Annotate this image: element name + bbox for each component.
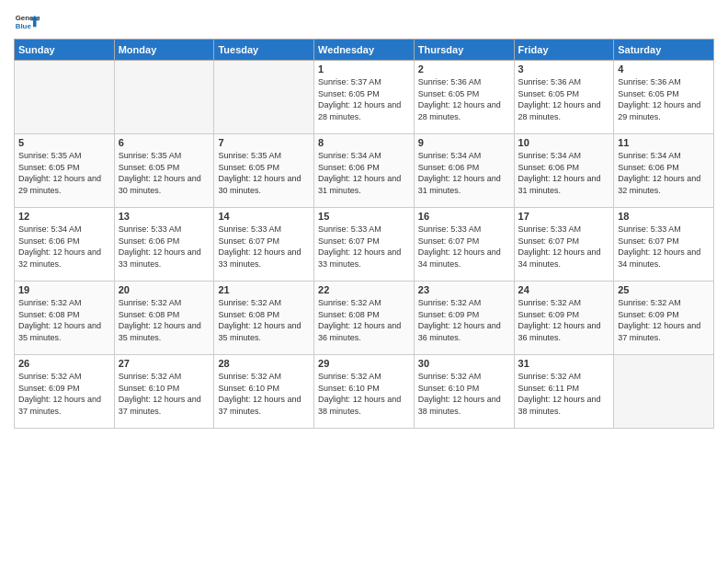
calendar-day-cell: 23Sunrise: 5:32 AM Sunset: 6:09 PM Dayli… bbox=[414, 282, 514, 355]
day-number: 16 bbox=[418, 211, 510, 222]
calendar-day-cell: 18Sunrise: 5:33 AM Sunset: 6:07 PM Dayli… bbox=[614, 208, 714, 282]
calendar-day-cell: 8Sunrise: 5:34 AM Sunset: 6:06 PM Daylig… bbox=[314, 134, 415, 208]
calendar-day-cell bbox=[114, 61, 214, 134]
day-info: Sunrise: 5:33 AM Sunset: 6:07 PM Dayligh… bbox=[518, 224, 610, 270]
calendar-day-cell: 1Sunrise: 5:37 AM Sunset: 6:05 PM Daylig… bbox=[314, 61, 415, 134]
calendar-header-cell: Thursday bbox=[414, 40, 514, 61]
calendar-week-row: 19Sunrise: 5:32 AM Sunset: 6:08 PM Dayli… bbox=[15, 282, 714, 355]
calendar-week-row: 5Sunrise: 5:35 AM Sunset: 6:05 PM Daylig… bbox=[15, 134, 714, 208]
calendar-table: SundayMondayTuesdayWednesdayThursdayFrid… bbox=[14, 39, 714, 429]
day-info: Sunrise: 5:32 AM Sunset: 6:09 PM Dayligh… bbox=[618, 297, 710, 343]
day-info: Sunrise: 5:33 AM Sunset: 6:07 PM Dayligh… bbox=[218, 224, 310, 270]
day-number: 30 bbox=[418, 358, 510, 369]
day-info: Sunrise: 5:36 AM Sunset: 6:05 PM Dayligh… bbox=[618, 76, 710, 122]
day-number: 22 bbox=[318, 284, 410, 295]
calendar-day-cell: 31Sunrise: 5:32 AM Sunset: 6:11 PM Dayli… bbox=[514, 355, 614, 429]
day-info: Sunrise: 5:33 AM Sunset: 6:07 PM Dayligh… bbox=[418, 224, 510, 270]
calendar-day-cell: 15Sunrise: 5:33 AM Sunset: 6:07 PM Dayli… bbox=[314, 208, 415, 282]
calendar-header-cell: Sunday bbox=[15, 40, 115, 61]
page-header: General Blue bbox=[14, 9, 714, 35]
day-info: Sunrise: 5:32 AM Sunset: 6:09 PM Dayligh… bbox=[518, 297, 610, 343]
calendar-day-cell bbox=[15, 61, 115, 134]
day-number: 7 bbox=[218, 137, 310, 148]
day-number: 15 bbox=[318, 211, 410, 222]
day-number: 31 bbox=[518, 358, 610, 369]
calendar-day-cell: 16Sunrise: 5:33 AM Sunset: 6:07 PM Dayli… bbox=[414, 208, 514, 282]
calendar-day-cell bbox=[614, 355, 714, 429]
calendar-header-cell: Monday bbox=[114, 40, 214, 61]
day-number: 9 bbox=[418, 137, 510, 148]
day-number: 26 bbox=[18, 358, 110, 369]
day-number: 27 bbox=[119, 358, 210, 369]
logo: General Blue bbox=[14, 9, 40, 35]
day-info: Sunrise: 5:35 AM Sunset: 6:05 PM Dayligh… bbox=[18, 150, 110, 196]
day-info: Sunrise: 5:33 AM Sunset: 6:07 PM Dayligh… bbox=[618, 224, 710, 270]
day-number: 24 bbox=[518, 284, 610, 295]
day-info: Sunrise: 5:32 AM Sunset: 6:08 PM Dayligh… bbox=[318, 297, 410, 343]
calendar-week-row: 26Sunrise: 5:32 AM Sunset: 6:09 PM Dayli… bbox=[15, 355, 714, 429]
day-info: Sunrise: 5:32 AM Sunset: 6:09 PM Dayligh… bbox=[18, 371, 110, 417]
day-number: 25 bbox=[618, 284, 710, 295]
day-info: Sunrise: 5:32 AM Sunset: 6:09 PM Dayligh… bbox=[418, 297, 510, 343]
day-number: 29 bbox=[318, 358, 410, 369]
logo-icon: General Blue bbox=[14, 9, 40, 35]
day-info: Sunrise: 5:34 AM Sunset: 6:06 PM Dayligh… bbox=[318, 150, 410, 196]
day-number: 11 bbox=[618, 137, 710, 148]
calendar-day-cell: 26Sunrise: 5:32 AM Sunset: 6:09 PM Dayli… bbox=[15, 355, 115, 429]
day-info: Sunrise: 5:35 AM Sunset: 6:05 PM Dayligh… bbox=[218, 150, 310, 196]
day-info: Sunrise: 5:32 AM Sunset: 6:08 PM Dayligh… bbox=[218, 297, 310, 343]
calendar-day-cell: 12Sunrise: 5:34 AM Sunset: 6:06 PM Dayli… bbox=[15, 208, 115, 282]
day-number: 13 bbox=[119, 211, 210, 222]
day-number: 14 bbox=[218, 211, 310, 222]
calendar-day-cell: 20Sunrise: 5:32 AM Sunset: 6:08 PM Dayli… bbox=[114, 282, 214, 355]
calendar-day-cell: 2Sunrise: 5:36 AM Sunset: 6:05 PM Daylig… bbox=[414, 61, 514, 134]
day-info: Sunrise: 5:33 AM Sunset: 6:07 PM Dayligh… bbox=[318, 224, 410, 270]
calendar-body: 1Sunrise: 5:37 AM Sunset: 6:05 PM Daylig… bbox=[15, 61, 714, 429]
day-number: 18 bbox=[618, 211, 710, 222]
calendar-day-cell: 22Sunrise: 5:32 AM Sunset: 6:08 PM Dayli… bbox=[314, 282, 415, 355]
day-info: Sunrise: 5:34 AM Sunset: 6:06 PM Dayligh… bbox=[618, 150, 710, 196]
day-number: 20 bbox=[119, 284, 210, 295]
day-info: Sunrise: 5:32 AM Sunset: 6:08 PM Dayligh… bbox=[119, 297, 210, 343]
calendar-day-cell: 10Sunrise: 5:34 AM Sunset: 6:06 PM Dayli… bbox=[514, 134, 614, 208]
calendar-header-row: SundayMondayTuesdayWednesdayThursdayFrid… bbox=[15, 40, 714, 61]
day-info: Sunrise: 5:37 AM Sunset: 6:05 PM Dayligh… bbox=[318, 76, 410, 122]
calendar-day-cell: 19Sunrise: 5:32 AM Sunset: 6:08 PM Dayli… bbox=[15, 282, 115, 355]
day-number: 1 bbox=[318, 63, 410, 75]
day-info: Sunrise: 5:33 AM Sunset: 6:06 PM Dayligh… bbox=[119, 224, 210, 270]
calendar-header-cell: Saturday bbox=[614, 40, 714, 61]
day-number: 12 bbox=[18, 211, 110, 222]
day-info: Sunrise: 5:36 AM Sunset: 6:05 PM Dayligh… bbox=[418, 76, 510, 122]
calendar-day-cell: 21Sunrise: 5:32 AM Sunset: 6:08 PM Dayli… bbox=[214, 282, 314, 355]
calendar-day-cell: 11Sunrise: 5:34 AM Sunset: 6:06 PM Dayli… bbox=[614, 134, 714, 208]
calendar-day-cell: 3Sunrise: 5:36 AM Sunset: 6:05 PM Daylig… bbox=[514, 61, 614, 134]
day-number: 28 bbox=[218, 358, 310, 369]
day-info: Sunrise: 5:32 AM Sunset: 6:10 PM Dayligh… bbox=[218, 371, 310, 417]
calendar-day-cell: 30Sunrise: 5:32 AM Sunset: 6:10 PM Dayli… bbox=[414, 355, 514, 429]
calendar-day-cell: 25Sunrise: 5:32 AM Sunset: 6:09 PM Dayli… bbox=[614, 282, 714, 355]
day-info: Sunrise: 5:32 AM Sunset: 6:10 PM Dayligh… bbox=[318, 371, 410, 417]
calendar-day-cell: 14Sunrise: 5:33 AM Sunset: 6:07 PM Dayli… bbox=[214, 208, 314, 282]
day-info: Sunrise: 5:32 AM Sunset: 6:10 PM Dayligh… bbox=[119, 371, 210, 417]
day-number: 4 bbox=[618, 63, 710, 75]
day-number: 23 bbox=[418, 284, 510, 295]
calendar-week-row: 1Sunrise: 5:37 AM Sunset: 6:05 PM Daylig… bbox=[15, 61, 714, 134]
calendar-day-cell: 13Sunrise: 5:33 AM Sunset: 6:06 PM Dayli… bbox=[114, 208, 214, 282]
svg-text:Blue: Blue bbox=[16, 22, 32, 30]
day-number: 2 bbox=[418, 63, 510, 75]
calendar-header-cell: Tuesday bbox=[214, 40, 314, 61]
calendar-day-cell: 27Sunrise: 5:32 AM Sunset: 6:10 PM Dayli… bbox=[114, 355, 214, 429]
day-info: Sunrise: 5:34 AM Sunset: 6:06 PM Dayligh… bbox=[518, 150, 610, 196]
calendar-day-cell: 28Sunrise: 5:32 AM Sunset: 6:10 PM Dayli… bbox=[214, 355, 314, 429]
day-number: 19 bbox=[18, 284, 110, 295]
day-number: 5 bbox=[18, 137, 110, 148]
day-number: 17 bbox=[518, 211, 610, 222]
day-number: 8 bbox=[318, 137, 410, 148]
day-info: Sunrise: 5:32 AM Sunset: 6:11 PM Dayligh… bbox=[518, 371, 610, 417]
calendar-day-cell: 29Sunrise: 5:32 AM Sunset: 6:10 PM Dayli… bbox=[314, 355, 415, 429]
calendar-day-cell: 24Sunrise: 5:32 AM Sunset: 6:09 PM Dayli… bbox=[514, 282, 614, 355]
calendar-day-cell: 17Sunrise: 5:33 AM Sunset: 6:07 PM Dayli… bbox=[514, 208, 614, 282]
day-number: 3 bbox=[518, 63, 610, 75]
day-number: 10 bbox=[518, 137, 610, 148]
calendar-day-cell: 9Sunrise: 5:34 AM Sunset: 6:06 PM Daylig… bbox=[414, 134, 514, 208]
